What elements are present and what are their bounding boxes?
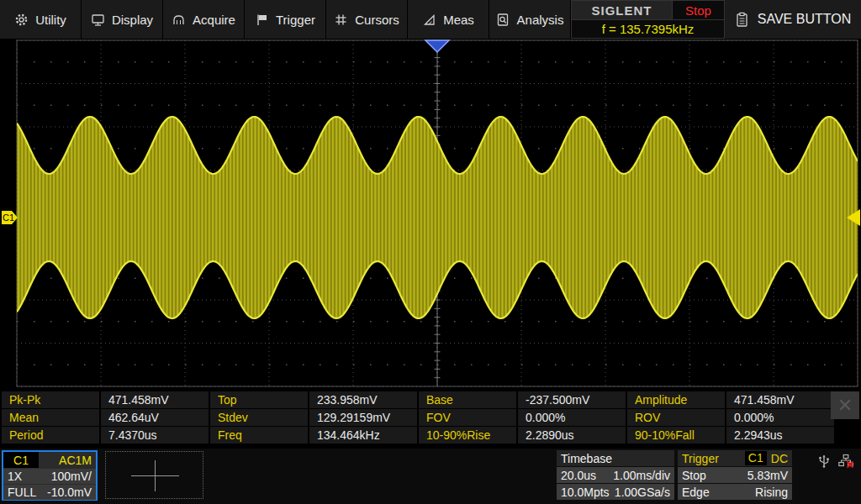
channel1-probe: 1X [8,470,22,483]
measurement-row: Mean 462.64uV Stdev 129.29159mV FOV 0.00… [0,409,861,426]
meas-value: 134.464kHz [309,427,417,444]
trigger-slope: Rising [755,486,788,499]
timebase-scale: 1.00ms/div [613,469,670,482]
cursors-icon [334,13,348,27]
meas-label: Mean [2,409,99,426]
clipboard-icon [735,12,749,28]
menu-acquire[interactable]: Acquire [163,0,245,39]
timebase-samplerate: 1.00GSa/s [615,486,670,499]
meas-label: Stdev [210,409,308,426]
meas-label: 90-10%Fall [627,427,725,444]
meas-value: 0.000% [518,409,626,426]
plus-icon [155,460,156,491]
timebase-title: Timebase [561,452,612,465]
save-button[interactable]: SAVE BUTTON [725,0,861,39]
acquire-icon [172,13,186,27]
trigger-position-marker [425,40,449,52]
menu-analysis-label: Analysis [517,13,564,27]
save-button-label: SAVE BUTTON [758,12,851,27]
meas-value: 2.2890us [518,427,626,444]
meas-label: ROV [627,409,725,426]
measurement-row: Pk-Pk 471.458mV Top 233.958mV Base -237.… [0,391,861,408]
brand-status-box: SIGLENT Stop f = 135.7395kHz [571,0,725,39]
meas-value: -237.500mV [518,391,626,408]
meas-label: Period [2,427,99,444]
menu-meas-label: Meas [443,13,474,27]
gear-icon [14,13,29,27]
lan-disconnected-icon [837,453,854,469]
top-menu-bar: Utility Display Acquire Trigger [0,0,861,39]
meas-value: 462.64uV [101,409,209,426]
frequency-counter: f = 135.7395kHz [572,19,724,38]
meas-label: Pk-Pk [2,391,99,408]
display-icon [91,13,105,27]
trigger-title: Trigger [682,452,719,465]
channel1-trace [17,117,858,318]
add-channel-button[interactable] [105,451,203,499]
menu-meas[interactable]: Meas [408,0,489,39]
meas-value: 129.29159mV [309,409,417,426]
meas-value: 233.958mV [309,391,417,408]
menu-utility-label: Utility [35,13,66,27]
meas-label: FOV [419,409,516,426]
trigger-mode: Stop [682,469,706,482]
ruler-icon [422,13,436,27]
meas-label: Amplitude [627,391,725,408]
flag-icon [255,13,269,27]
menu-trigger[interactable]: Trigger [245,0,326,39]
menu-trigger-label: Trigger [276,13,315,27]
channel1-bandwidth: FULL [8,486,36,499]
usb-icon [816,453,832,469]
timebase-descriptor[interactable]: Timebase 20.0us 1.00ms/div 10.0Mpts 1.00… [557,450,674,501]
channel1-level-marker: C1 [2,211,18,224]
meas-label: Base [419,391,516,408]
menu-display[interactable]: Display [82,0,163,39]
menu-cursors-label: Cursors [355,13,399,27]
trigger-descriptor[interactable]: Trigger C1 DC Stop 5.83mV Edge Rising [678,450,792,501]
menu-display-label: Display [112,13,153,27]
channel1-name-chip: C1 [3,452,39,468]
run-state-badge[interactable]: Stop [672,1,724,19]
channel1-descriptor[interactable]: C1 AC1M 1X 100mV/ FULL -10.0mV [2,450,98,501]
timebase-delay: 20.0us [561,469,596,482]
siglent-logo: SIGLENT [572,1,672,19]
meas-value: 2.2943us [726,427,834,444]
meas-value: 471.458mV [726,391,834,408]
channel1-scale: 100mV/ [51,470,92,483]
timebase-points: 10.0Mpts [561,486,610,499]
menu-acquire-label: Acquire [193,13,235,27]
measurement-panel: Pk-Pk 471.458mV Top 233.958mV Base -237.… [0,391,861,445]
channel1-offset: -10.0mV [47,486,92,499]
meas-value: 7.4370us [101,427,209,444]
menu-utility[interactable]: Utility [0,0,82,39]
meas-label: Freq [210,427,308,444]
trigger-level: 5.83mV [747,469,788,482]
svg-text:C1: C1 [3,213,14,223]
trigger-source-chip: C1 [745,451,767,465]
trigger-coupling: DC [771,452,788,465]
trigger-type: Edge [682,486,710,499]
menu-cursors[interactable]: Cursors [326,0,408,39]
measurement-row: Period 7.4370us Freq 134.464kHz 10-90%Ri… [0,427,861,444]
meas-label: 10-90%Rise [419,427,516,444]
status-bar: C1 AC1M 1X 100mV/ FULL -10.0mV Timebase … [0,449,861,504]
analysis-icon [496,13,510,27]
meas-value: 0.000% [726,409,834,426]
channel1-coupling: AC1M [39,452,96,468]
measurement-close-button[interactable]: ✕ [831,391,859,419]
meas-value: 471.458mV [101,391,209,408]
meas-label: Top [210,391,308,408]
menu-analysis[interactable]: Analysis [489,0,571,39]
waveform-display[interactable]: C1 [0,39,861,391]
oscilloscope-screen: Utility Display Acquire Trigger [0,0,861,504]
